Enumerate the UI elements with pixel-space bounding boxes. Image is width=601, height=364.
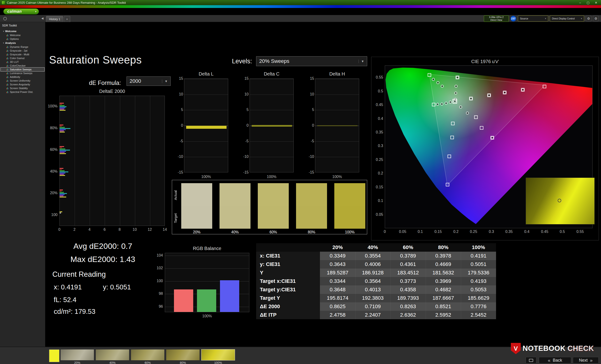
current-x: x: 0.4191: [54, 283, 82, 291]
patch-thumb-100[interactable]: 100%: [201, 349, 235, 364]
table-cell: 0.4358: [391, 286, 426, 294]
sidebar-collapse-button[interactable]: ◀: [41, 17, 43, 20]
target-swatch: [296, 206, 327, 229]
y-tick-label: -15: [240, 170, 249, 174]
delta-band-bar: [186, 126, 227, 129]
y-tick-label: 96: [152, 304, 163, 309]
sidebar-item-screen-stability[interactable]: Screen Stability: [1, 86, 44, 90]
app-window: Calman 2025 Calman Ultimate for Business…: [0, 0, 601, 364]
minimize-button[interactable]: –: [577, 1, 584, 4]
sidebar-item-saturation-sweeps[interactable]: Saturation Sweeps: [1, 67, 44, 71]
table-cell: 0.3773: [391, 277, 426, 286]
deltae-bar: [60, 151, 66, 152]
actual-swatch: [220, 183, 250, 206]
sidebar-item-screen-uniformity[interactable]: Screen Uniformity: [1, 79, 44, 83]
patch-thumb-80[interactable]: 80%: [166, 349, 200, 364]
swatch-level-label: 20%: [181, 230, 212, 234]
x-tick-label: 0.15: [433, 230, 443, 234]
meter-button[interactable]: X-Rite i1Pro 2 Direct View: [484, 16, 509, 22]
de-formula-dropdown[interactable]: 2000 ▼: [127, 77, 171, 86]
tab-history-1[interactable]: History 1: [46, 16, 63, 22]
thumb-label: 20%: [60, 361, 94, 364]
table-cell: 0.3969: [426, 277, 461, 286]
patch-thumb-20[interactable]: 20%: [60, 349, 94, 364]
table-cell: 0.8625: [320, 302, 355, 311]
y-tick-label: 0: [175, 123, 183, 128]
current-reading-label: Current Reading: [52, 270, 106, 279]
table-cell: 0.8521: [426, 302, 461, 311]
delta-l-chart: Delta L 100% 151050-5-10-15: [175, 71, 231, 182]
y-tick-label: 0: [306, 123, 314, 128]
levels-dropdown[interactable]: 20% Sweeps ▼: [256, 56, 367, 66]
x-tick-label: 4: [86, 228, 93, 232]
close-button[interactable]: ✕: [592, 1, 600, 4]
table-cell: 0.4013: [355, 286, 391, 294]
rgb-bar-red: [174, 289, 193, 312]
sidebar-item-options[interactable]: Options: [1, 37, 44, 41]
table-cell: 0.3554: [355, 252, 391, 260]
sidebar-item-luminance-sweeps[interactable]: Luminance Sweeps: [1, 71, 44, 75]
rgb-balance-chart: RGB Balance 100% 1041021009896: [152, 246, 253, 321]
current-fl: fL: 52.4: [54, 296, 77, 304]
session-icon[interactable]: [3, 17, 7, 20]
sidebar-item-color-gamut[interactable]: Color Gamut: [1, 56, 44, 60]
sidebar-item-welcome[interactable]: Welcome: [1, 33, 44, 37]
patch-thumb-40[interactable]: 40%: [96, 349, 129, 364]
tree-collapse-icon: ▾: [3, 30, 4, 32]
tree-collapse-icon: ▾: [3, 42, 4, 44]
y-tick-label: 5: [306, 108, 314, 112]
y-tick-label: 100: [152, 279, 163, 283]
y-tick-label: 15: [175, 77, 183, 81]
y-tick-label: -15: [175, 170, 183, 174]
table-row: ΔE ITP2.47582.24072.63622.59522.5452: [256, 311, 496, 319]
tab-bar: ◀ History 1 + X-Rite i1Pro 2 Direct View…: [0, 15, 601, 22]
actual-row-label: Actual: [173, 184, 178, 206]
sidebar-item-grayscale-2pt[interactable]: Grayscale - 2pt: [1, 49, 44, 53]
patch-thumb-60[interactable]: 60%: [131, 349, 164, 364]
y-tick-label: 5: [240, 108, 249, 112]
sidebar-item-additivity[interactable]: Additivity: [1, 75, 44, 79]
workflow-gear-button[interactable]: ⚙: [593, 16, 599, 21]
sidebar-item-colorchecker[interactable]: ColorChecker: [1, 64, 44, 67]
y-tick-label: -10: [306, 154, 314, 159]
x-tick-label: 0: [56, 228, 63, 232]
table-row: Target Y195.8174192.3803189.7393187.6667…: [256, 294, 496, 302]
display-capture-button[interactable]: [526, 357, 536, 364]
maximize-button[interactable]: ▢: [585, 1, 592, 4]
tree-group-welcome[interactable]: ▾Welcome: [1, 29, 44, 33]
deltae-bar: [60, 172, 68, 172]
y-tick-label: 0.5: [372, 89, 383, 93]
deltae-bar: [60, 126, 62, 127]
back-button[interactable]: « Back: [539, 357, 571, 364]
sidebar-item-screen-angularity[interactable]: Screen Angularity: [1, 83, 44, 86]
source-dropdown[interactable]: Source ▾: [518, 16, 548, 22]
table-cell: 179.5336: [461, 268, 496, 277]
sidebar-title: SDR Toolkit: [2, 24, 44, 27]
deltae-bar: [60, 103, 64, 104]
app-icon: [2, 1, 5, 4]
sidebar-item-grayscale-multi[interactable]: Grayscale - Multi: [1, 53, 44, 56]
chevron-down-icon: ▾: [35, 10, 36, 13]
display-control-dropdown[interactable]: Direct Display Control ▾: [550, 16, 584, 22]
thumb-label: 80%: [166, 361, 200, 364]
y-tick-label: 15: [240, 77, 249, 81]
actual-swatch: [258, 183, 289, 206]
table-cell: 0.7109: [355, 302, 391, 311]
table-cell: 187.6667: [426, 294, 461, 302]
sidebar-item-3d-lut[interactable]: 3D LUT: [1, 60, 44, 64]
table-cell: 185.6629: [461, 294, 496, 302]
calman-menu-button[interactable]: calman ▾: [3, 9, 39, 15]
tree-group-analysis[interactable]: ▾Analysis: [1, 41, 44, 45]
swatch-column: 40%: [220, 183, 250, 234]
sidebar-item-dynamic-range[interactable]: Dynamic Range: [1, 45, 44, 49]
x-tick-label: 0.55: [575, 230, 585, 234]
settings-gear-button[interactable]: ⚙: [586, 16, 591, 21]
next-button[interactable]: Next »: [573, 357, 599, 364]
x-tick-label: 0.1: [416, 230, 425, 234]
deltae-2000-chart: DeltaE 2000 02468101214100%80%60%40%20%1…: [45, 89, 177, 239]
sidebar-item-spectral-power-dist[interactable]: Spectral Power Dist.: [1, 90, 44, 94]
add-tab-button[interactable]: +: [64, 16, 70, 22]
deltae-bar: [60, 132, 65, 133]
chart-icon: [6, 91, 9, 93]
table-cell: 189.7393: [391, 294, 426, 302]
